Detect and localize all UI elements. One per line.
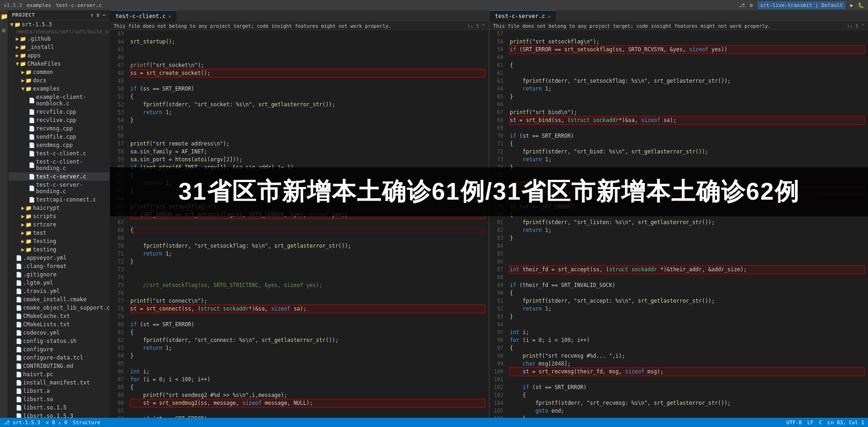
right-tab-close[interactable]: ✕ [548,14,550,19]
sidebar-item-haisrt[interactable]: 📄haisrt.pc [8,370,110,378]
language-label: C [819,420,822,426]
sidebar-item-srtcore[interactable]: ▶📁srtcore [8,220,110,229]
structure-label[interactable]: Structure [73,420,101,426]
sidebar-item-libsrta[interactable]: 📄libsrt.a [8,387,110,395]
sidebar-item-test[interactable]: ▶📁test [8,229,110,237]
right-notice-bar: This file does not belong to any project… [489,22,868,30]
left-code-area[interactable]: 4344454647484950 5152535455565758 596061… [110,30,489,418]
right-line-numbers: 5758596061626364 6566676869707172 737475… [489,30,506,418]
sidebar-item-test-c-server[interactable]: 📄test-c-server.c [8,172,110,181]
right-editor-tab-bar: test-c-server.c ✕ [489,10,868,22]
sidebar-item-test-c-client[interactable]: 📄test-c-client.c [8,149,110,158]
structure-icon[interactable]: ≡ [0,29,7,33]
sidebar-item-Testing[interactable]: ▶📁Testing [8,237,110,245]
sidebar-item-recvlive[interactable]: 📄recvlive.cpp [8,116,110,124]
left-line-indicator: ↑↓ 5 ^ [467,23,485,29]
sidebar-item-codecov[interactable]: 📄codecov.yml [8,329,110,337]
sidebar-item-sendmsg[interactable]: 📄sendmsg.cpp [8,141,110,149]
sidebar-item-libsrt15[interactable]: 📄libsrt.so.1.5 [8,403,110,412]
sidebar-item-common[interactable]: ▶📁common [8,68,110,76]
sidebar-item-testing[interactable]: ▶📁testing [8,245,110,254]
sidebar-item-cmakefiles[interactable]: ▼📁CMakeFiles [8,60,110,68]
run-icon[interactable]: ▶ [850,2,853,8]
status-bar: ⎇ srt-1.5.3 ✕ 0 ⚠ 0 Structure UTF-8 LF C… [0,418,868,427]
run-label[interactable]: srt-live-transmit | Default [758,1,846,9]
sidebar-item-appveyor[interactable]: 📄.appveyor.yml [8,254,110,262]
sidebar-item-testcapi[interactable]: 📄testcapi-connect.c [8,195,110,204]
cursor-position-label: Ln 83, Col 1 [828,420,864,426]
left-tab-label: test-c-client.c [116,13,165,19]
sidebar-item-cmake-object[interactable]: 📄cmake_object_lib_support.c [8,304,110,312]
sidebar-item-sendfile[interactable]: 📄sendfile.cpp [8,133,110,141]
sync-icon[interactable]: ↕ [91,12,94,18]
branch-icon: ⎇ [739,2,745,8]
sidebar-item-recvfile[interactable]: 📄recvfile.cpp [8,108,110,116]
sidebar-item-configure-data[interactable]: 📄configure-data.tcl [8,354,110,362]
collapse-icon[interactable]: ≡ [97,12,100,18]
sidebar-item-configure[interactable]: 📄configure [8,345,110,354]
sidebar: Project ↕ ≡ ⋯ ▼ 📁 srt-1.5.3 /media/zheng… [8,10,110,418]
debug-icon[interactable]: 🐛 [858,2,864,8]
right-code-content: printf("srt setsockflag\n"); if (SRT_ERR… [506,30,868,418]
sidebar-item-test-c-server-bonding[interactable]: 📄test-c-server-bonding.c [8,181,110,195]
sidebar-item-libsrtso[interactable]: 📄libsrt.so [8,395,110,403]
editor-area: test-c-client.c ✕ This file does not bel… [110,10,868,418]
left-code-content: srt_startup(); printf("srt_socket\n"); s… [127,30,489,418]
sidebar-item-apps[interactable]: ▶📁apps [8,51,110,60]
encoding-label: UTF-8 [787,420,802,426]
sidebar-tree: ▼ 📁 srt-1.5.3 /media/zhenghui/soft/soft/… [8,20,110,418]
status-left: ⎇ srt-1.5.3 ✕ 0 ⚠ 0 Structure [4,420,100,426]
sidebar-item-github[interactable]: ▶📁.github [8,35,110,43]
sidebar-item-contributing[interactable]: 📄CONTRIBUTING.md [8,362,110,370]
errors-icon[interactable]: ✕ 0 ⚠ 0 [46,420,67,426]
sidebar-item-gitignore[interactable]: 📄.gitignore [8,270,110,279]
sidebar-item-test-c-client-bonding[interactable]: 📄test-c-client-bonding.c [8,158,110,172]
left-notice-bar: This file does not belong to any project… [110,22,489,30]
sidebar-item-example-client[interactable]: 📄example-client-nonblock.c [8,93,110,108]
sidebar-item-lgtm[interactable]: 📄.lgtm.yml [8,279,110,287]
right-code-area[interactable]: 5758596061626364 6566676869707172 737475… [489,30,868,418]
settings-icon: ⚙ [750,2,753,8]
version-label: v1.5.3 [4,2,22,8]
status-right: UTF-8 LF C Ln 83, Col 1 [787,420,864,426]
right-tab-label: test-c-server.c [495,13,545,19]
left-editor-tab-bar: test-c-client.c ✕ [110,10,489,22]
sidebar-item-install[interactable]: ▶📁_install [8,43,110,51]
activity-bar: 📁 ≡ [0,10,8,418]
sidebar-item-haicrypt[interactable]: ▶📁haicrypt [8,204,110,212]
sidebar-header: Project ↕ ≡ ⋯ [8,10,110,20]
examples-label: examples [27,2,51,8]
sidebar-item-clang-format[interactable]: 📄.clang-format [8,262,110,270]
sidebar-item-install-manifest[interactable]: 📄install_manifest.txt [8,378,110,387]
right-editor-tab[interactable]: test-c-server.c ✕ [489,10,556,22]
left-tab-close[interactable]: ✕ [168,14,171,19]
left-editor-tab[interactable]: test-c-client.c ✕ [110,10,177,22]
left-line-numbers: 4344454647484950 5152535455565758 596061… [110,30,127,418]
sidebar-item-config-status[interactable]: 📄config-status.sh [8,337,110,345]
sidebar-item-scripts[interactable]: ▶📁scripts [8,212,110,220]
sidebar-item-docs[interactable]: ▶📁docs [8,76,110,85]
sidebar-item-libsrt153[interactable]: 📄libsrt.so.1.5.3 [8,412,110,418]
explorer-icon[interactable]: 📁 [0,13,8,20]
sidebar-item-cmake-install[interactable]: 📄cmake_install.cmake [8,295,110,304]
git-branch-icon[interactable]: ⎇ srt-1.5.3 [4,420,40,426]
line-ending-label: LF [807,420,813,426]
sidebar-item-cmakecache[interactable]: 📄CMakeCache.txt [8,312,110,320]
right-editor-pane: test-c-server.c ✕ This file does not bel… [489,10,868,418]
top-bar: v1.5.3 examples test-c-server.c ⎇ ⚙ srt-… [0,0,868,10]
sidebar-item-examples[interactable]: ▼📁examples [8,85,110,93]
sidebar-item-travis[interactable]: 📄.travis.yml [8,287,110,295]
more-icon[interactable]: ⋯ [103,12,106,18]
sidebar-item-cmakelists[interactable]: 📄CMakeLists.txt [8,320,110,329]
sidebar-item-recvmsg[interactable]: 📄recvmsg.cpp [8,124,110,133]
sidebar-item-srt[interactable]: ▼ 📁 srt-1.5.3 [8,20,110,29]
active-file-label: test-c-server.c [56,2,102,8]
left-editor-pane: test-c-client.c ✕ This file does not bel… [110,10,489,418]
right-line-indicator: ↑↓ 5 ^ [847,23,864,29]
sidebar-path: /media/zhenghui/soft/soft/build_srt_list… [8,29,110,35]
